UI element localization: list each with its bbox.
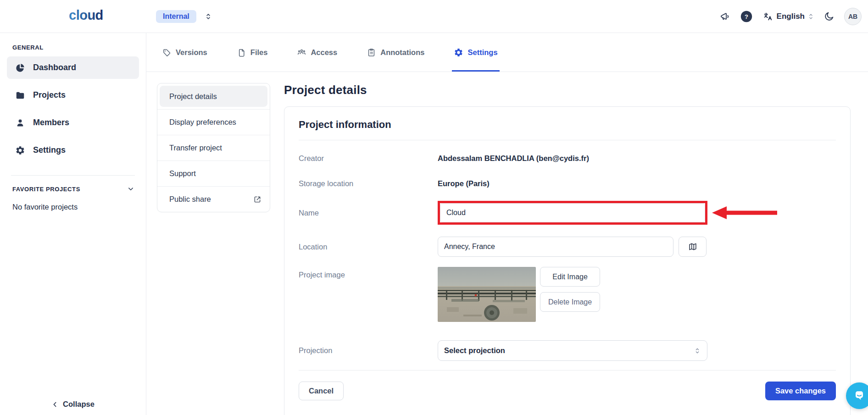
tab-label: Access bbox=[311, 48, 337, 57]
gear-icon bbox=[454, 48, 463, 57]
top-bar: cloud Internal bbox=[0, 0, 868, 33]
projection-select[interactable]: Select projection bbox=[438, 340, 707, 361]
sidebar-item-members[interactable]: Members bbox=[7, 111, 139, 134]
project-image-row: Project image bbox=[299, 267, 836, 322]
location-label: Location bbox=[299, 243, 438, 251]
logo-text: cloud bbox=[69, 8, 103, 22]
name-label: Name bbox=[299, 209, 438, 217]
card-footer-divider bbox=[299, 370, 836, 371]
favorites-section-header: FAVORITE PROJECTS bbox=[12, 185, 135, 193]
users-icon bbox=[297, 48, 306, 57]
avatar[interactable]: AB bbox=[844, 8, 862, 25]
card-footer: Cancel Save changes bbox=[299, 382, 836, 400]
svg-text:?: ? bbox=[745, 13, 748, 20]
cancel-button[interactable]: Cancel bbox=[299, 382, 344, 400]
sidebar-section-general: GENERAL bbox=[12, 44, 146, 51]
tab-settings[interactable]: Settings bbox=[452, 33, 499, 72]
settings-nav-support[interactable]: Support bbox=[157, 160, 270, 186]
project-image-label: Project image bbox=[299, 267, 438, 279]
nav-item-label: Project details bbox=[160, 86, 267, 107]
chat-bubble-icon bbox=[852, 389, 866, 403]
main-area: Versions Files bbox=[146, 33, 868, 415]
project-tabs: Versions Files bbox=[146, 33, 868, 72]
settings-nav: Project details Display preferences Tran… bbox=[157, 83, 270, 212]
sidebar-collapse-button[interactable]: Collapse bbox=[0, 400, 146, 409]
chevron-left-icon bbox=[51, 401, 59, 408]
tab-access[interactable]: Access bbox=[295, 33, 339, 72]
tag-icon bbox=[162, 48, 172, 57]
workspace-switcher-button[interactable] bbox=[204, 12, 213, 21]
help-button[interactable]: ? bbox=[740, 10, 753, 23]
creator-row: Creator Abdessalam BENCHADLIA (ben@cydis… bbox=[299, 149, 836, 167]
tab-label: Versions bbox=[176, 48, 207, 57]
sidebar-item-settings[interactable]: Settings bbox=[7, 139, 139, 161]
tab-label: Annotations bbox=[380, 48, 424, 57]
sidebar: GENERAL Dashboard Projects bbox=[0, 33, 146, 415]
name-input[interactable] bbox=[440, 203, 705, 222]
sidebar-divider bbox=[11, 175, 135, 176]
settings-content: Project details Project information Crea… bbox=[284, 83, 851, 415]
storage-location-row: Storage location Europe (Paris) bbox=[299, 174, 836, 193]
projection-row: Projection Select projection bbox=[299, 340, 836, 361]
settings-nav-transfer-project[interactable]: Transfer project bbox=[157, 135, 270, 160]
sidebar-item-label: Members bbox=[33, 118, 69, 127]
external-link-icon bbox=[253, 195, 262, 204]
settings-nav-display-preferences[interactable]: Display preferences bbox=[157, 109, 270, 135]
tab-label: Files bbox=[250, 48, 268, 57]
language-label: English bbox=[777, 12, 805, 21]
file-icon bbox=[237, 48, 246, 57]
location-input[interactable] bbox=[438, 237, 673, 257]
translate-icon bbox=[762, 11, 773, 22]
annotation-arrow-icon bbox=[708, 203, 778, 222]
sort-chevrons-icon bbox=[808, 13, 814, 20]
person-icon bbox=[15, 118, 25, 128]
folder-icon bbox=[15, 90, 25, 100]
app-logo: cloud bbox=[68, 7, 110, 26]
sidebar-item-label: Dashboard bbox=[33, 63, 76, 72]
moon-icon bbox=[823, 11, 835, 22]
chevron-down-icon[interactable] bbox=[127, 185, 135, 193]
sidebar-item-dashboard[interactable]: Dashboard bbox=[7, 56, 139, 79]
language-selector[interactable]: English bbox=[762, 11, 814, 22]
sidebar-item-label: Projects bbox=[33, 90, 66, 100]
open-map-button[interactable] bbox=[679, 237, 707, 257]
edit-image-button[interactable]: Edit Image bbox=[540, 267, 600, 287]
clipboard-icon bbox=[367, 48, 376, 57]
tab-versions[interactable]: Versions bbox=[160, 33, 209, 72]
tab-label: Settings bbox=[467, 48, 497, 57]
sort-chevrons-icon bbox=[204, 12, 213, 21]
save-changes-button[interactable]: Save changes bbox=[765, 382, 836, 400]
projection-select-value: Select projection bbox=[444, 346, 505, 355]
creator-value: Abdessalam BENCHADLIA (ben@cydis.fr) bbox=[438, 154, 836, 163]
sidebar-item-label: Settings bbox=[33, 145, 66, 155]
nav-item-label: Transfer project bbox=[169, 144, 222, 152]
storage-location-value: Europe (Paris) bbox=[438, 179, 836, 188]
map-icon bbox=[688, 242, 698, 252]
gear-icon bbox=[15, 145, 25, 155]
name-row: Name bbox=[299, 201, 836, 225]
nav-item-label: Display preferences bbox=[169, 118, 236, 127]
tab-annotations[interactable]: Annotations bbox=[365, 33, 426, 72]
megaphone-icon bbox=[719, 11, 730, 22]
card-divider bbox=[299, 140, 836, 140]
project-image-thumbnail bbox=[438, 267, 536, 322]
app-window: cloud Internal bbox=[0, 0, 868, 415]
help-icon: ? bbox=[740, 10, 753, 23]
workspace-badge[interactable]: Internal bbox=[156, 10, 196, 23]
settings-nav-project-details[interactable]: Project details bbox=[157, 83, 270, 109]
card-title: Project information bbox=[299, 119, 836, 131]
projection-label: Projection bbox=[299, 346, 438, 355]
storage-location-label: Storage location bbox=[299, 179, 438, 188]
sidebar-item-projects[interactable]: Projects bbox=[7, 84, 139, 106]
dark-mode-toggle[interactable] bbox=[823, 11, 835, 22]
cloud-logo-icon: cloud bbox=[68, 7, 110, 24]
location-row: Location bbox=[299, 237, 836, 257]
favorites-section-label: FAVORITE PROJECTS bbox=[12, 186, 80, 193]
pie-chart-icon bbox=[15, 63, 25, 73]
settings-nav-public-share[interactable]: Public share bbox=[157, 186, 270, 212]
tab-files[interactable]: Files bbox=[235, 33, 270, 72]
nav-item-label: Support bbox=[169, 169, 196, 178]
announcements-button[interactable] bbox=[719, 11, 730, 22]
delete-image-button[interactable]: Delete Image bbox=[540, 292, 600, 312]
annotation-red-box bbox=[438, 201, 707, 225]
